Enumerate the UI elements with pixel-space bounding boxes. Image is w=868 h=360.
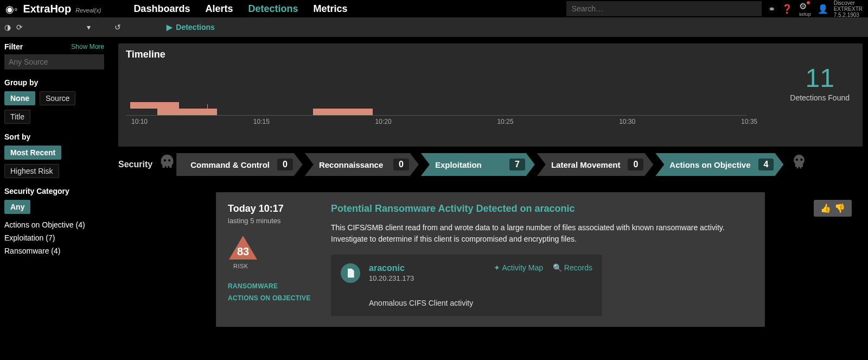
records-link[interactable]: 🔍 Records — [553, 263, 592, 272]
thumbs-down-icon[interactable]: 👎 — [834, 203, 845, 213]
top-bar: ◉◦ ExtraHop Reveal(x) Dashboards Alerts … — [0, 0, 868, 17]
show-more-link[interactable]: Show More — [71, 43, 104, 50]
kc-exploitation[interactable]: Exploitation7 — [421, 153, 535, 176]
top-icons: ⚭ ❓ ⚙setup 👤 — [768, 1, 828, 17]
sort-highest-risk[interactable]: Highest Risk — [4, 164, 59, 178]
settings-icon[interactable]: ⚙setup — [799, 1, 811, 17]
group-title[interactable]: Title — [4, 110, 30, 124]
kc-command-control[interactable]: Command & Control0 — [176, 153, 303, 176]
history-icon[interactable]: ↺ — [114, 23, 121, 31]
timeline-title: Timeline — [126, 49, 855, 60]
feedback-buttons[interactable]: 👍 👎 — [814, 200, 852, 217]
link-icon[interactable]: ⚭ — [768, 4, 775, 14]
kc-actions-on-objective[interactable]: Actions on Objective4 — [655, 153, 783, 176]
target-icon — [789, 153, 809, 176]
global-search-input[interactable] — [566, 1, 762, 16]
live-toggle-icon[interactable]: ◑ — [4, 23, 11, 31]
asset-box: araconic 10.20.231.173 Anomalous CIFS Cl… — [331, 255, 602, 316]
category-exploitation[interactable]: Exploitation (7) — [4, 231, 104, 244]
category-actions-on-objective[interactable]: Actions on Objective (4) — [4, 218, 104, 231]
sort-most-recent[interactable]: Most Recent — [4, 146, 61, 160]
nav-detections[interactable]: Detections — [248, 3, 298, 15]
kc-reconnaissance[interactable]: Reconnaissance0 — [305, 153, 419, 176]
content-area: Timeline 11 Detections Found 10:10 10:15… — [108, 37, 868, 360]
risk-score: 83 — [228, 245, 258, 258]
killchain-row: Security Command & Control0 Reconnaissan… — [118, 153, 863, 176]
user-icon[interactable]: 👤 — [818, 4, 828, 14]
sortby-section: Sort by Most Recent Highest Risk — [4, 132, 104, 178]
filter-title: Filter — [4, 42, 23, 51]
sidebar: Filter Show More Group by None Source Ti… — [0, 37, 108, 360]
category-title: Security Category — [4, 187, 104, 195]
nav-metrics[interactable]: Metrics — [313, 3, 347, 15]
document-icon — [341, 263, 360, 283]
version-info: Discover EXTREXTR 7.5.2.1903 — [834, 0, 863, 18]
risk-label: RISK — [233, 263, 320, 269]
detection-card: 👍 👎 Today 10:17 lasting 5 minutes 83 RIS… — [216, 192, 765, 327]
attacker-icon — [158, 153, 176, 176]
killchain-label: Security — [118, 160, 152, 169]
tag-actions-on-objective[interactable]: ACTIONS ON OBJECTIVE — [228, 294, 320, 302]
source-filter-input[interactable] — [4, 54, 104, 70]
detection-duration: lasting 5 minutes — [228, 217, 320, 225]
breadcrumb[interactable]: ▶Detections — [167, 23, 215, 31]
group-source[interactable]: Source — [40, 91, 75, 105]
timeline-panel: Timeline 11 Detections Found 10:10 10:15… — [118, 43, 863, 147]
asset-name[interactable]: araconic — [369, 263, 473, 273]
groupby-section: Group by None Source Title — [4, 78, 104, 124]
refresh-icon[interactable]: ⟳ — [16, 23, 23, 31]
time-bar: ◑ ⟳ Last 30 minutes just now ▾ ↺ ▶Detect… — [0, 17, 868, 37]
asset-ip: 10.20.231.173 — [369, 274, 473, 282]
detection-time: Today 10:17 — [228, 203, 320, 214]
nav-alerts[interactable]: Alerts — [205, 3, 233, 15]
detection-title[interactable]: Potential Ransomware Activity Detected o… — [331, 203, 753, 214]
category-section: Security Category Any Actions on Objecti… — [4, 187, 104, 257]
detection-description: This CIFS/SMB client read from and wrote… — [331, 222, 743, 245]
category-ransomware[interactable]: Ransomware (4) — [4, 244, 104, 257]
play-icon: ▶ — [167, 23, 173, 31]
asset-activity: Anomalous CIFS Client activity — [369, 299, 473, 307]
filter-section: Filter Show More — [4, 42, 104, 70]
timeline-chart[interactable]: 10:10 10:15 10:20 10:25 10:30 10:35 — [126, 71, 855, 125]
groupby-title: Group by — [4, 78, 104, 87]
tag-ransomware[interactable]: RANSOMWARE — [228, 282, 320, 290]
sortby-title: Sort by — [4, 132, 104, 141]
main-nav: Dashboards Alerts Detections Metrics — [133, 3, 347, 15]
thumbs-up-icon[interactable]: 👍 — [820, 203, 831, 213]
setup-label: setup — [799, 11, 811, 17]
activity-map-link[interactable]: ✦ Activity Map — [494, 263, 543, 272]
nav-dashboards[interactable]: Dashboards — [133, 3, 190, 15]
group-none[interactable]: None — [4, 91, 35, 105]
kc-lateral-movement[interactable]: Lateral Movement0 — [537, 153, 653, 176]
category-any[interactable]: Any — [4, 200, 30, 214]
help-icon[interactable]: ❓ — [782, 4, 793, 14]
risk-triangle: 83 — [228, 235, 258, 261]
chevron-down-icon[interactable]: ▾ — [87, 23, 91, 31]
